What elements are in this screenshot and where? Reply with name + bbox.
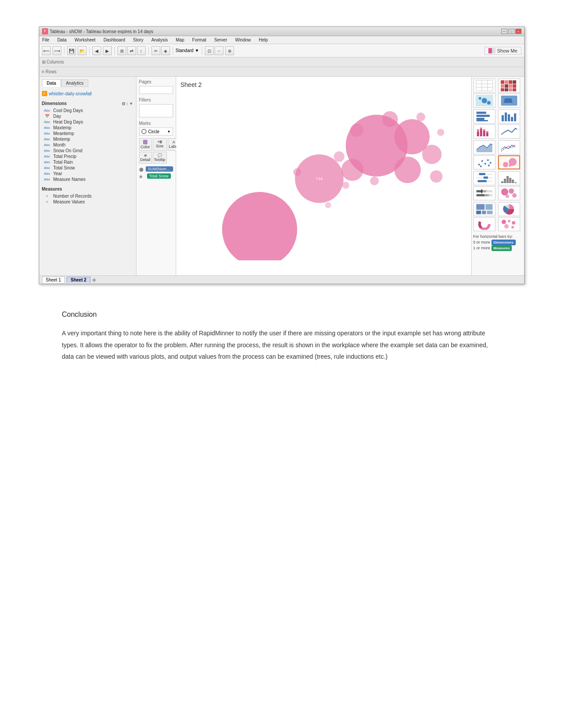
- pill-sum-number[interactable]: SUM(Number...: [146, 166, 173, 172]
- toolbar-sort[interactable]: ↕: [137, 46, 146, 55]
- toolbar-back[interactable]: ◀: [92, 46, 101, 55]
- menu-server[interactable]: Server: [213, 37, 228, 43]
- chart-pie[interactable]: [498, 202, 520, 216]
- menu-window[interactable]: Window: [234, 37, 252, 43]
- dim-year[interactable]: Abc Year: [42, 171, 133, 176]
- menu-data[interactable]: Data: [56, 37, 68, 43]
- chart-bullet[interactable]: [473, 186, 495, 200]
- marks-detail-btn[interactable]: ⊕ Detail: [139, 152, 152, 164]
- chart-stacked-bar[interactable]: [473, 124, 495, 139]
- menu-format[interactable]: Format: [191, 37, 208, 43]
- dim-search-icon[interactable]: ⊟: [122, 101, 125, 106]
- dim-sort-icon[interactable]: ↕: [126, 101, 128, 106]
- svg-rect-32: [477, 129, 479, 132]
- title-bar-controls[interactable]: ─ □ ×: [501, 29, 521, 34]
- chart-scatter[interactable]: [473, 155, 495, 169]
- chart-line[interactable]: [498, 124, 520, 139]
- chart-bar-horiz[interactable]: [473, 109, 495, 124]
- standard-dropdown[interactable]: ▼: [195, 48, 199, 53]
- dim-heat-deg[interactable]: Abc Heat Deg Days: [42, 119, 133, 125]
- show-me-button[interactable]: Show Me: [484, 47, 521, 55]
- datasource-icon: c: [42, 91, 47, 96]
- dim-cool-deg[interactable]: Abc Cool Deg Days: [42, 108, 133, 113]
- svg-point-20: [479, 97, 481, 100]
- menu-worksheet[interactable]: Worksheet: [73, 37, 97, 43]
- chart-symbol-map[interactable]: [473, 94, 495, 108]
- dim-icon-abc: Abc: [43, 149, 52, 153]
- chart-treemap[interactable]: [473, 202, 495, 216]
- dim-meantemp[interactable]: Abc Meantemp: [42, 131, 133, 136]
- toolbar-grid[interactable]: ⊞: [117, 46, 126, 55]
- zoom-out[interactable]: −: [215, 46, 223, 55]
- dim-maxtemp[interactable]: Abc Maxtemp: [42, 125, 133, 131]
- toolbar-undo[interactable]: ⟵: [42, 46, 51, 55]
- chart-filled-map[interactable]: [498, 94, 520, 108]
- toolbar-pen[interactable]: ✏: [151, 46, 160, 55]
- marks-color-btn[interactable]: Color: [139, 138, 152, 151]
- add-sheet-btn[interactable]: ⊕: [92, 278, 96, 282]
- meas-values[interactable]: # Measure Values: [42, 199, 133, 205]
- conclusion-title: Conclusion: [62, 311, 501, 319]
- dim-month[interactable]: Abc Month: [42, 142, 133, 148]
- chart-more[interactable]: [498, 217, 520, 231]
- data-tab[interactable]: Data: [42, 79, 61, 87]
- marks-size-btn[interactable]: Size: [153, 138, 167, 151]
- menu-analysis[interactable]: Analysis: [150, 37, 169, 43]
- data-source[interactable]: c whistler-daily-snowfall: [42, 90, 133, 98]
- chart-heat-map[interactable]: [498, 79, 520, 93]
- analytics-tab[interactable]: Analytics: [61, 79, 88, 87]
- chart-bubble[interactable]: [498, 155, 520, 169]
- filters-shelf[interactable]: [139, 104, 173, 117]
- left-panel: Data Analytics c whistler-daily-snowfall…: [39, 77, 136, 275]
- chart-packed-bubble[interactable]: [498, 186, 520, 200]
- pill-total-snow[interactable]: Total Snow: [147, 173, 171, 179]
- chart-gantt[interactable]: [473, 171, 495, 185]
- toolbar-present[interactable]: ⊕: [225, 46, 234, 55]
- sheet-tab-2[interactable]: Sheet 2: [67, 277, 91, 283]
- menu-story[interactable]: Story: [132, 37, 144, 43]
- chart-donut[interactable]: [473, 217, 495, 231]
- toolbar-swap[interactable]: ⇄: [127, 46, 136, 55]
- meas-num-records[interactable]: # Number of Records: [42, 193, 133, 199]
- maximize-button[interactable]: □: [508, 29, 514, 34]
- toolbar-fwd[interactable]: ▶: [103, 46, 112, 55]
- menu-file[interactable]: File: [41, 37, 51, 43]
- dim-total-precip[interactable]: Abc Total Precip: [42, 154, 133, 159]
- toolbar-open[interactable]: 📂: [78, 46, 87, 55]
- sheet-tab-1[interactable]: Sheet 1: [42, 277, 65, 283]
- minimize-button[interactable]: ─: [501, 29, 507, 34]
- svg-rect-29: [511, 117, 513, 121]
- toolbar-highlight[interactable]: ◈: [161, 46, 170, 55]
- svg-rect-13: [513, 84, 516, 88]
- toolbar-redo[interactable]: ⟶: [53, 46, 61, 55]
- chart-bar-vert[interactable]: [498, 109, 520, 124]
- marks-tooltip-btn[interactable]: 💬 Tooltip: [153, 152, 167, 164]
- toolbar-save[interactable]: 💾: [67, 46, 76, 55]
- menu-help[interactable]: Help: [257, 37, 269, 43]
- pages-shelf[interactable]: [139, 86, 173, 94]
- dim-label: Heat Deg Days: [53, 120, 83, 124]
- marks-type-dropdown[interactable]: Circle ▼: [139, 128, 173, 135]
- toolbar-sep3: [114, 47, 115, 55]
- dim-badge[interactable]: Dimensions: [491, 240, 516, 245]
- dim-day[interactable]: 📅 Day: [42, 113, 133, 119]
- dim-more-icon[interactable]: ▼: [129, 101, 133, 106]
- zoom-fit[interactable]: ⊡: [205, 46, 214, 55]
- dim-measure-names[interactable]: Abc Measure Names: [42, 176, 133, 182]
- menu-dashboard[interactable]: Dashboard: [102, 37, 126, 43]
- menu-map[interactable]: Map: [174, 37, 185, 43]
- svg-rect-6: [501, 80, 504, 84]
- dim-total-rain[interactable]: Abc Total Rain: [42, 159, 133, 165]
- dim-snow-grnd[interactable]: Abc Snow On Grnd: [42, 148, 133, 154]
- meas-badge[interactable]: Measures: [491, 245, 512, 251]
- chart-area[interactable]: [473, 140, 495, 154]
- bubble-cluster-8: [430, 170, 442, 183]
- chart-histogram[interactable]: [498, 171, 520, 185]
- dim-label: Day: [53, 114, 61, 119]
- chart-dual-line[interactable]: [498, 140, 520, 154]
- marks-dropdown-arrow[interactable]: ▼: [167, 130, 171, 134]
- dim-total-snow[interactable]: Abc Total Snow: [42, 165, 133, 171]
- close-button[interactable]: ×: [515, 29, 521, 34]
- dim-mintemp[interactable]: Abc Mintemp: [42, 136, 133, 142]
- chart-text-table[interactable]: [473, 79, 495, 93]
